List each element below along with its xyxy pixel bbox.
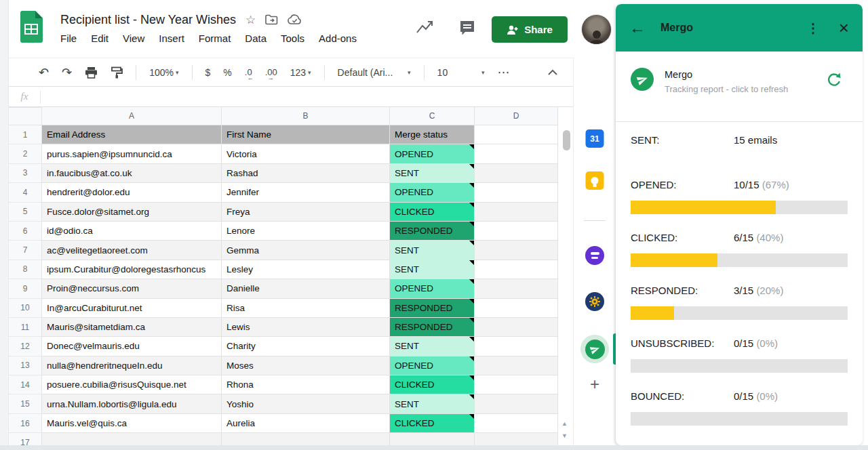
column-header-d[interactable]: D [475,107,558,125]
cell-c5-merge-status[interactable]: CLICKED [390,203,475,222]
row-number[interactable]: 6 [9,222,42,241]
cell-d16[interactable] [475,414,558,433]
cell-a9[interactable]: Proin@neccursus.com [42,279,222,298]
row-number[interactable]: 3 [9,164,42,183]
cell-b5[interactable]: Freya [222,203,390,222]
row-number[interactable]: 14 [9,375,42,394]
menu-item-edit[interactable]: Edit [91,33,108,44]
column-header-c[interactable]: C [390,107,475,125]
font-family-select[interactable]: Default (Ari...▾ [338,67,411,78]
addon-purple-icon[interactable] [585,246,604,265]
row-number[interactable]: 2 [9,144,42,163]
row-number[interactable]: 10 [9,299,42,318]
cell-d7[interactable] [475,241,558,260]
row-number[interactable]: 7 [9,241,42,260]
cell-c14-merge-status[interactable]: CLICKED [390,375,475,394]
format-percent-button[interactable]: % [223,67,231,78]
scroll-up-icon[interactable]: ▲ [561,420,568,427]
menu-item-view[interactable]: View [123,33,144,44]
cell-a12[interactable]: Donec@velmauris.edu [42,337,222,356]
explore-insights-icon[interactable] [414,19,435,37]
cell-b10[interactable]: Risa [222,299,390,318]
cell-c11-merge-status[interactable]: RESPONDED [390,318,475,337]
cell-a13[interactable]: nulla@hendreritnequeIn.edu [42,356,222,375]
row-number[interactable]: 12 [9,337,42,356]
share-button[interactable]: Share [492,16,568,43]
row-number[interactable]: 5 [9,203,42,222]
cell-c12-merge-status[interactable]: SENT [390,337,475,356]
decrease-decimal-button[interactable]: .0← [245,67,252,77]
menu-item-addons[interactable]: Add-ons [319,33,357,44]
cell-b9[interactable]: Danielle [222,279,390,298]
row-number[interactable]: 13 [9,356,42,375]
calendar-icon[interactable]: 31 [586,129,604,148]
menu-item-tools[interactable]: Tools [281,33,304,44]
cell-d1[interactable] [475,125,558,144]
row-number[interactable]: 4 [9,183,42,202]
cell-a5[interactable]: Fusce.dolor@sitamet.org [42,203,222,222]
cell-c13-merge-status[interactable]: OPENED [390,356,475,375]
cell-a10[interactable]: In@arcuCurabiturut.net [42,299,222,318]
refresh-icon[interactable] [826,72,842,88]
row-number[interactable]: 11 [9,318,42,337]
menu-item-format[interactable]: Format [199,33,231,44]
formula-input[interactable] [41,87,573,106]
cell-c7-merge-status[interactable]: SENT [390,241,475,260]
row-number[interactable]: 17 [9,433,42,445]
cell-b6[interactable]: Lenore [222,222,390,241]
menu-item-insert[interactable]: Insert [159,33,184,44]
cell-a14[interactable]: posuere.cubilia@risusQuisque.net [42,375,222,394]
cell-c10-merge-status[interactable]: RESPONDED [390,299,475,318]
cell-c3-merge-status[interactable]: SENT [390,164,475,183]
comment-history-icon[interactable] [458,19,477,38]
paint-format-icon[interactable] [111,66,123,79]
cell-c15-merge-status[interactable]: SENT [390,394,475,413]
column-header-a[interactable]: A [42,107,222,125]
cell-b14[interactable]: Rhona [222,375,390,394]
menu-item-file[interactable]: File [60,33,77,44]
cell-c4-merge-status[interactable]: OPENED [390,183,475,202]
cell-a17[interactable] [42,433,222,445]
cell-c8-merge-status[interactable]: SENT [390,260,475,279]
column-header-b[interactable]: B [222,107,390,125]
cell-a1[interactable]: Email Address [42,125,222,144]
zoom-select[interactable]: 100%▾ [149,67,178,78]
cell-b13[interactable]: Moses [222,356,390,375]
cell-b2[interactable]: Victoria [222,144,390,163]
star-icon[interactable]: ☆ [245,14,256,26]
increase-decimal-button[interactable]: .00→ [265,67,277,77]
close-icon[interactable]: × [839,19,849,37]
cell-d2[interactable] [475,144,558,163]
cell-d15[interactable] [475,394,558,413]
more-toolbar-icon[interactable]: ⋯ [498,66,510,79]
cell-d14[interactable] [475,375,558,394]
cell-c9-merge-status[interactable]: OPENED [390,279,475,298]
cell-b7[interactable]: Gemma [222,241,390,260]
cell-a3[interactable]: in.faucibus@at.co.uk [42,164,222,183]
tracking-report-subtitle[interactable]: Tracking report - click to refresh [665,84,788,94]
cell-a2[interactable]: purus.sapien@ipsumnuncid.ca [42,144,222,163]
cell-d8[interactable] [475,260,558,279]
format-currency-button[interactable]: $ [205,67,211,78]
number-format-select[interactable]: 123▾ [290,67,311,78]
cell-c6-merge-status[interactable]: RESPONDED [390,222,475,241]
account-avatar[interactable] [581,14,612,45]
cell-b4[interactable]: Jennifer [222,183,390,202]
cloud-saved-icon[interactable] [288,14,302,25]
cell-d6[interactable] [475,222,558,241]
cell-b17[interactable] [222,433,390,445]
mergo-addon-icon[interactable] [580,335,609,363]
cell-a16[interactable]: Mauris.vel@quis.ca [42,414,222,433]
cell-d13[interactable] [475,356,558,375]
scroll-down-icon[interactable]: ▼ [561,432,568,439]
cell-d9[interactable] [475,279,558,298]
cell-b16[interactable]: Aurelia [222,414,390,433]
collapse-toolbar-icon[interactable] [547,69,558,76]
row-number[interactable]: 8 [9,260,42,279]
addon-settings-gear-icon[interactable] [585,292,604,311]
cell-d10[interactable] [475,299,558,318]
keep-icon[interactable] [586,171,604,190]
sheets-logo-icon[interactable] [18,9,44,43]
cell-d12[interactable] [475,337,558,356]
back-arrow-icon[interactable]: ← [629,18,646,37]
